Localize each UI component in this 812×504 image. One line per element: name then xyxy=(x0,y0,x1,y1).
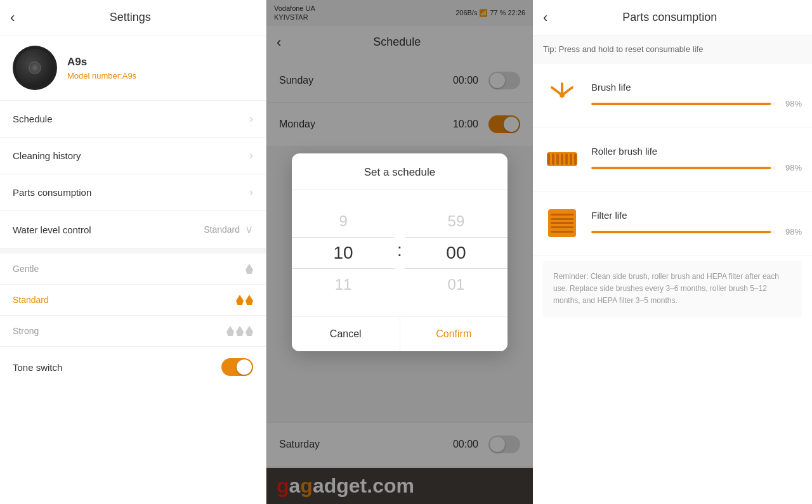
menu-label-parts: Parts consumption xyxy=(13,187,91,198)
menu-label-water: Water level control xyxy=(13,224,91,235)
device-model: Model number:A9s xyxy=(67,71,136,81)
water-strong-drops xyxy=(226,326,253,336)
hours-column[interactable]: 9 10 11 xyxy=(292,190,395,316)
minutes-above: 59 xyxy=(405,205,508,237)
part-brush[interactable]: Brush life 98% xyxy=(533,63,812,127)
dropdown-icon-water: ∨ xyxy=(245,223,253,236)
water-strong[interactable]: Strong xyxy=(0,316,266,347)
menu-label-cleaning-history: Cleaning history xyxy=(13,150,81,161)
parts-title: Parts consumption xyxy=(553,11,787,24)
filter-bar-fill xyxy=(591,231,771,233)
tip-bar: Tip: Press and hold to reset consumable … xyxy=(533,36,812,63)
device-details: A9s Model number:A9s xyxy=(67,56,136,81)
roller-bar-row: 98% xyxy=(591,163,802,172)
svg-line-1 xyxy=(552,87,562,95)
roller-pct: 98% xyxy=(780,163,802,172)
brush-info: Brush life 98% xyxy=(591,82,802,108)
parts-back-button[interactable]: ‹ xyxy=(543,7,553,29)
filter-info: Filter life 98% xyxy=(591,210,802,236)
device-avatar-inner xyxy=(16,49,54,87)
parts-panel: ‹ Parts consumption Tip: Press and hold … xyxy=(533,0,812,504)
menu-item-parts[interactable]: Parts consumption › xyxy=(0,174,266,211)
chevron-icon-parts: › xyxy=(249,186,253,199)
modal-overlay[interactable]: Set a schedule 9 10 11 : 59 00 01 Cancel… xyxy=(266,0,533,504)
settings-panel: ‹ Settings A9s Model number:A9s Schedule… xyxy=(0,0,266,504)
brush-bar-fill xyxy=(591,103,771,105)
time-separator: : xyxy=(395,240,405,266)
part-filter[interactable]: Filter life 98% xyxy=(533,191,812,255)
settings-header: ‹ Settings xyxy=(0,0,266,36)
water-gentle-label: Gentle xyxy=(13,264,39,274)
modal-title: Set a schedule xyxy=(292,153,508,190)
time-picker[interactable]: 9 10 11 : 59 00 01 xyxy=(292,190,508,316)
brush-bar-row: 98% xyxy=(591,99,802,108)
reminder-box: Reminder: Clean side brush, roller brush… xyxy=(543,261,802,318)
chevron-icon-schedule: › xyxy=(249,112,253,126)
tone-switch-toggle[interactable] xyxy=(221,358,253,376)
settings-title: Settings xyxy=(20,11,240,24)
confirm-button[interactable]: Confirm xyxy=(400,317,508,351)
filter-name: Filter life xyxy=(591,210,802,221)
chevron-icon-cleaning: › xyxy=(249,149,253,162)
schedule-panel: Vodafone UA KYIVSTAR 206B/s 📶 77 % 22:26… xyxy=(266,0,533,504)
svg-line-2 xyxy=(562,87,572,95)
part-roller[interactable]: Roller brush life 98% xyxy=(533,127,812,191)
minutes-column[interactable]: 59 00 01 xyxy=(405,190,508,316)
device-center-dot xyxy=(29,61,41,74)
filter-icon xyxy=(543,204,581,242)
brush-pct: 98% xyxy=(780,99,802,108)
water-level-value: Standard xyxy=(204,224,240,235)
water-strong-label: Strong xyxy=(13,326,39,336)
water-gentle-drops xyxy=(246,264,253,274)
hours-above: 9 xyxy=(292,205,395,237)
drop-1 xyxy=(236,295,244,305)
menu-item-cleaning-history[interactable]: Cleaning history › xyxy=(0,138,266,174)
roller-icon xyxy=(543,140,581,178)
drop-2 xyxy=(236,326,244,336)
tone-switch-item: Tone switch xyxy=(0,347,266,387)
filter-visual xyxy=(548,209,576,237)
filter-bar-bg xyxy=(591,231,775,233)
parts-list: Brush life 98% xyxy=(533,63,812,504)
device-name: A9s xyxy=(67,56,136,68)
settings-menu: Schedule › Cleaning history › Parts cons… xyxy=(0,101,266,504)
roller-info: Roller brush life 98% xyxy=(591,146,802,172)
cancel-button[interactable]: Cancel xyxy=(292,317,400,351)
tone-switch-label: Tone switch xyxy=(13,362,62,373)
water-standard-drops xyxy=(236,295,253,305)
drop-1 xyxy=(226,326,234,336)
water-standard-label: Standard xyxy=(13,295,49,305)
minutes-below: 01 xyxy=(405,269,508,300)
minutes-selected: 00 xyxy=(405,237,508,269)
drop-3 xyxy=(246,326,253,336)
water-level-right: Standard ∨ xyxy=(204,223,253,236)
hours-below: 11 xyxy=(292,269,395,300)
water-standard[interactable]: Standard xyxy=(0,285,266,316)
roller-bar-fill xyxy=(591,167,771,169)
device-info: A9s Model number:A9s xyxy=(0,36,266,101)
menu-divider xyxy=(0,249,266,254)
filter-pct: 98% xyxy=(780,227,802,236)
toggle-knob xyxy=(237,359,252,375)
brush-bar-bg xyxy=(591,103,775,105)
drop-2 xyxy=(246,295,253,305)
settings-back-button[interactable]: ‹ xyxy=(10,7,20,29)
water-gentle[interactable]: Gentle xyxy=(0,254,266,285)
roller-bar-bg xyxy=(591,167,775,169)
brush-icon xyxy=(543,76,581,114)
reminder-text: Reminder: Clean side brush, roller brush… xyxy=(553,271,792,307)
menu-item-schedule[interactable]: Schedule › xyxy=(0,101,266,138)
brush-name: Brush life xyxy=(591,82,802,93)
filter-bar-row: 98% xyxy=(591,227,802,236)
hours-selected: 10 xyxy=(292,237,395,269)
menu-label-schedule: Schedule xyxy=(13,113,53,124)
schedule-modal: Set a schedule 9 10 11 : 59 00 01 Cancel… xyxy=(292,153,508,351)
device-avatar xyxy=(13,46,57,90)
roller-name: Roller brush life xyxy=(591,146,802,157)
drop-1 xyxy=(246,264,253,274)
modal-actions: Cancel Confirm xyxy=(292,316,508,351)
roller-brush-visual xyxy=(547,152,577,166)
parts-header: ‹ Parts consumption xyxy=(533,0,812,36)
menu-item-water-level[interactable]: Water level control Standard ∨ xyxy=(0,211,266,249)
tip-text: Tip: Press and hold to reset consumable … xyxy=(543,44,703,54)
